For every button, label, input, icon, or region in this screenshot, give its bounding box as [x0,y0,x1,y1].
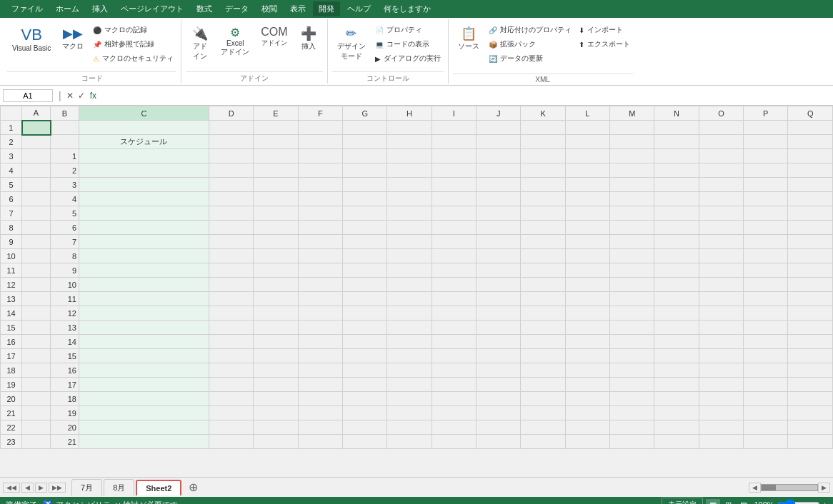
cell-k22[interactable] [521,420,565,435]
cell-m15[interactable] [610,321,654,335]
cell-p7[interactable] [744,206,788,221]
cell-f1[interactable] [298,121,342,135]
cell-q20[interactable] [788,392,833,406]
cell-b23[interactable]: 21 [51,435,79,449]
cell-j10[interactable] [477,249,521,263]
cell-g14[interactable] [343,306,387,321]
cell-g12[interactable] [343,278,387,292]
cell-n23[interactable] [654,435,699,449]
col-header-f[interactable]: F [298,106,342,121]
import-button[interactable]: ⬇ インポート [576,24,633,36]
cell-m13[interactable] [610,292,654,306]
cell-l7[interactable] [565,206,609,221]
row-header-3[interactable]: 3 [1,149,22,163]
cell-k6[interactable] [521,192,565,206]
cell-n15[interactable] [654,321,699,335]
cell-c7[interactable] [79,206,209,221]
cell-g13[interactable] [343,292,387,306]
col-header-b[interactable]: B [51,106,79,121]
cell-j22[interactable] [477,420,521,435]
cell-f10[interactable] [298,249,342,263]
cell-d17[interactable] [209,349,253,363]
cell-f13[interactable] [298,292,342,306]
cell-d3[interactable] [209,149,253,163]
cell-j2[interactable] [477,135,521,149]
cell-d5[interactable] [209,178,253,192]
cell-f4[interactable] [298,163,342,178]
menu-developer[interactable]: 開発 [313,1,340,16]
menu-formula[interactable]: 数式 [191,1,218,16]
cell-l21[interactable] [565,406,609,420]
cell-p2[interactable] [744,135,788,149]
cell-d20[interactable] [209,392,253,406]
cell-k8[interactable] [521,221,565,235]
cell-q15[interactable] [788,321,833,335]
view-code-button[interactable]: 💻 コードの表示 [372,38,444,51]
cell-q1[interactable] [788,121,833,135]
cell-e6[interactable] [254,192,298,206]
cell-q11[interactable] [788,263,833,278]
cell-b17[interactable]: 15 [51,349,79,363]
cell-n17[interactable] [654,349,699,363]
cell-g10[interactable] [343,249,387,263]
cell-n4[interactable] [654,163,699,178]
design-mode-button[interactable]: ✏ デザインモード [332,22,371,65]
cell-j19[interactable] [477,378,521,392]
map-properties-button[interactable]: 🔗 対応付けのプロパティ [486,24,574,36]
cell-a22[interactable] [22,420,51,435]
cell-q2[interactable] [788,135,833,149]
cell-o17[interactable] [699,349,743,363]
cell-b7[interactable]: 5 [51,206,79,221]
row-header-15[interactable]: 15 [1,321,22,335]
cell-i22[interactable] [432,420,476,435]
row-header-1[interactable]: 1 [1,121,22,135]
row-header-9[interactable]: 9 [1,235,22,249]
cell-b15[interactable]: 13 [51,321,79,335]
cell-j20[interactable] [477,392,521,406]
cell-e11[interactable] [254,263,298,278]
cell-c15[interactable] [79,321,209,335]
cell-g19[interactable] [343,378,387,392]
cell-l11[interactable] [565,263,609,278]
cell-f2[interactable] [298,135,342,149]
cell-k11[interactable] [521,263,565,278]
cell-c9[interactable] [79,235,209,249]
cell-a11[interactable] [22,263,51,278]
cell-c21[interactable] [79,406,209,420]
cell-h14[interactable] [387,306,432,321]
cell-j9[interactable] [477,235,521,249]
cell-n6[interactable] [654,192,699,206]
cell-f19[interactable] [298,378,342,392]
col-header-q[interactable]: Q [788,106,833,121]
cell-o23[interactable] [699,435,743,449]
cell-e14[interactable] [254,306,298,321]
cell-o13[interactable] [699,292,743,306]
cell-p6[interactable] [744,192,788,206]
cell-a20[interactable] [22,392,51,406]
cell-m3[interactable] [610,149,654,163]
row-header-8[interactable]: 8 [1,221,22,235]
col-header-l[interactable]: L [565,106,609,121]
cell-j23[interactable] [477,435,521,449]
cell-b8[interactable]: 6 [51,221,79,235]
row-header-5[interactable]: 5 [1,178,22,192]
cell-i23[interactable] [432,435,476,449]
cell-f11[interactable] [298,263,342,278]
cell-i1[interactable] [432,121,476,135]
cell-a18[interactable] [22,363,51,378]
cell-k23[interactable] [521,435,565,449]
cell-p5[interactable] [744,178,788,192]
cell-l8[interactable] [565,221,609,235]
record-macro-button[interactable]: ⚫ マクロの記録 [90,24,176,36]
cell-o3[interactable] [699,149,743,163]
cell-a21[interactable] [22,406,51,420]
cell-n9[interactable] [654,235,699,249]
cell-f5[interactable] [298,178,342,192]
cell-g15[interactable] [343,321,387,335]
row-header-18[interactable]: 18 [1,363,22,378]
cell-o22[interactable] [699,420,743,435]
cell-g6[interactable] [343,192,387,206]
cell-j5[interactable] [477,178,521,192]
cell-q12[interactable] [788,278,833,292]
cell-m4[interactable] [610,163,654,178]
